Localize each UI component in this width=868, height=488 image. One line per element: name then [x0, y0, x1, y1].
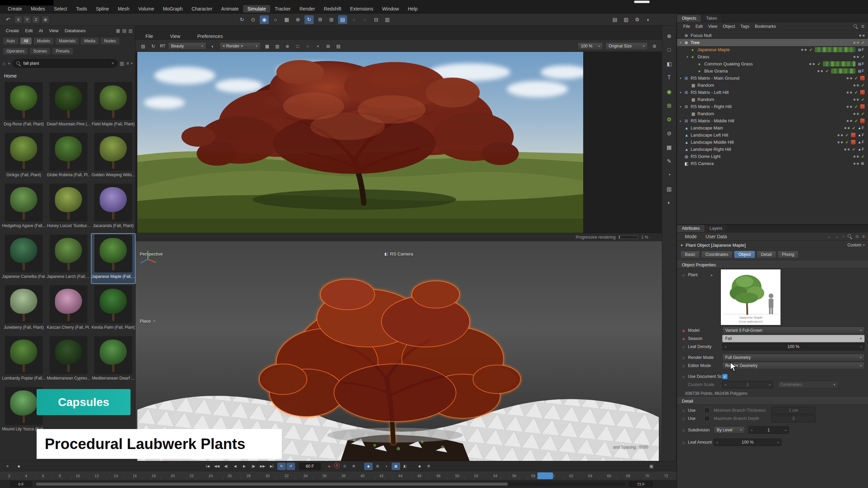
- menubar-item[interactable]: Character: [187, 5, 217, 13]
- next-key-button[interactable]: ▶▶: [258, 463, 267, 470]
- snap-tool-icon[interactable]: ▦: [664, 142, 675, 152]
- section-header[interactable]: Object Properties: [677, 261, 868, 268]
- object-row[interactable]: ● Blue Grama ✓ ▤F: [677, 67, 868, 75]
- visibility-dots[interactable]: [853, 56, 859, 58]
- asset-item[interactable]: Kanzan Cherry (Fall, Pl...: [46, 284, 91, 335]
- range-groove[interactable]: [35, 482, 625, 486]
- object-row[interactable]: ▦ Random ✓: [677, 82, 868, 89]
- play-reverse-button[interactable]: ◀: [231, 463, 239, 470]
- asset-browser-menu-item[interactable]: Create: [3, 27, 22, 34]
- menubar-item[interactable]: Animate: [217, 5, 243, 13]
- visibility-dots[interactable]: [847, 106, 852, 108]
- layout-icon[interactable]: ▥: [383, 15, 392, 24]
- rotation-track-toggle[interactable]: ◐: [382, 463, 391, 470]
- enabled-check-icon[interactable]: ✓: [852, 147, 855, 152]
- z-axis-lock-button[interactable]: Z: [32, 16, 40, 23]
- object-row[interactable]: ▾ ● Grass ✓: [677, 53, 868, 60]
- asset-item[interactable]: Dog-Rose (Fall, Plant): [1, 81, 46, 131]
- up-icon[interactable]: ↑: [842, 234, 844, 239]
- object-row[interactable]: ◧ RS Camera ✓ ⊞: [677, 160, 868, 167]
- parameter-track-toggle[interactable]: ▦: [392, 463, 400, 470]
- timeline-menu-icon[interactable]: ≡: [3, 463, 12, 470]
- object-manager-menu-item[interactable]: View: [706, 23, 720, 29]
- subdivision-dropdown[interactable]: By Level▾: [714, 426, 745, 434]
- menubar-item[interactable]: MoGraph: [159, 5, 187, 13]
- asset-item[interactable]: Japanese Maple (Fall, ...: [91, 233, 136, 284]
- orbit-view-icon[interactable]: ◔: [664, 169, 675, 180]
- redshift-tag-icon[interactable]: [860, 76, 865, 80]
- tag-icons[interactable]: ⊞: [861, 162, 865, 165]
- tag-icons[interactable]: ▲F: [858, 133, 865, 137]
- size-dropdown[interactable]: Original Size▾: [606, 42, 648, 50]
- plant-preview-image[interactable]: Japanese Maple (Acer palmatum): [721, 269, 781, 325]
- asset-browser-menu-item[interactable]: AI: [36, 27, 46, 34]
- render-settings-icon[interactable]: ⚙: [633, 15, 642, 24]
- loop-button[interactable]: ↻: [277, 463, 286, 470]
- save-image-icon[interactable]: ▤: [139, 42, 147, 50]
- visibility-dots[interactable]: [853, 113, 859, 115]
- enabled-check-icon[interactable]: ✓: [861, 83, 865, 88]
- attribute-tab-button[interactable]: Detail: [756, 251, 776, 258]
- visibility-dots[interactable]: [847, 77, 852, 79]
- display-mode-icon[interactable]: ◐: [209, 42, 217, 50]
- editor-mode-dropdown[interactable]: Render Geometry▾: [722, 362, 865, 369]
- refresh-icon[interactable]: ↻: [237, 15, 246, 24]
- leaf-density-field[interactable]: ◂100 %▸: [722, 343, 865, 350]
- menu-icon[interactable]: ≡: [862, 234, 865, 239]
- redshift-tag-icon[interactable]: [851, 140, 855, 144]
- keyframe-circle[interactable]: ◇: [681, 409, 686, 412]
- use-document-scale-checkbox[interactable]: ✓: [722, 374, 728, 379]
- keyframe-circle[interactable]: ◇: [681, 417, 686, 421]
- menubar-item[interactable]: Select: [50, 5, 72, 13]
- asset-item[interactable]: Dwarf Mountain Pine (...: [46, 81, 91, 131]
- filter-chip[interactable]: Media: [80, 37, 99, 45]
- range-end-field[interactable]: 72 F: [629, 481, 653, 487]
- world-axis-button[interactable]: ⊕: [42, 16, 49, 23]
- enabled-check-icon[interactable]: ✓: [854, 76, 858, 81]
- capsule-gear-icon[interactable]: ⚙: [664, 114, 675, 125]
- keyframe-circle[interactable]: ◇: [681, 428, 686, 432]
- asset-item[interactable]: Juneberry (Fall, Plant): [1, 284, 46, 335]
- keyframe-circle[interactable]: ◇: [681, 441, 686, 444]
- render-view-menu-item[interactable]: File: [141, 33, 158, 40]
- asset-item[interactable]: Jacaranda (Fall, Plant): [91, 182, 136, 233]
- grid-snap-icon[interactable]: ⊞: [327, 15, 336, 24]
- snapshot-icon[interactable]: ⊕: [283, 42, 292, 50]
- simulation-icon[interactable]: ◉: [664, 86, 675, 97]
- goto-start-button[interactable]: |◀: [203, 463, 212, 470]
- leaf-amount-field[interactable]: ◂100 %▸: [714, 439, 782, 446]
- prev-frame-button[interactable]: ◀|: [222, 463, 230, 470]
- custom-dropdown[interactable]: Custom▾: [847, 243, 865, 247]
- region-icon[interactable]: □: [294, 42, 302, 50]
- object-manager-tab[interactable]: Objects: [677, 15, 701, 22]
- object-row[interactable]: ▲ Landscape Right Hill ✓ ▲F: [677, 146, 868, 153]
- clear-icon[interactable]: ×: [314, 42, 322, 50]
- object-row[interactable]: ▲ Landscape Left Hill ✓ ▲F: [677, 131, 868, 139]
- grid-toggle-icon[interactable]: ▥: [664, 183, 675, 194]
- list-options-icon[interactable]: ≡: [126, 61, 129, 66]
- asset-browser-menu-item[interactable]: Databases: [62, 27, 89, 34]
- tag-icons[interactable]: ▲F: [858, 126, 865, 130]
- enabled-check-icon[interactable]: ✓: [825, 69, 829, 74]
- object-row[interactable]: ▾ ⊕ Tree ✓: [677, 39, 868, 46]
- workplane-icon[interactable]: ⊟: [372, 15, 381, 24]
- custom-scale-field[interactable]: ◂1▸: [722, 381, 773, 388]
- dim-circle-a-icon[interactable]: ○: [349, 15, 358, 24]
- list-view-icon[interactable]: ▤: [122, 28, 126, 33]
- pingpong-button[interactable]: ↺: [287, 463, 295, 470]
- enabled-check-icon[interactable]: ✓: [852, 126, 855, 130]
- asset-item[interactable]: Globe Robinia (Fall, Pl...: [46, 131, 91, 182]
- object-manager-menu-item[interactable]: Tags: [738, 23, 752, 29]
- attributes-menu-item[interactable]: Mode: [680, 233, 701, 240]
- goto-end-button[interactable]: ▶|: [268, 463, 276, 470]
- enabled-check-icon[interactable]: ✓: [861, 97, 865, 102]
- compare-split-icon[interactable]: ▥: [273, 42, 281, 50]
- timeline-settings-button[interactable]: ⚙: [425, 463, 433, 470]
- playhead[interactable]: [537, 472, 553, 479]
- min-branch-field[interactable]: 1 cm: [771, 407, 815, 414]
- attributes-menu-item[interactable]: User Data: [701, 233, 731, 240]
- redshift-icon[interactable]: ◐: [644, 15, 653, 24]
- object-row[interactable]: ▾ ⊞ RS Matrix - Right Hill ✓: [677, 103, 868, 110]
- asset-item[interactable]: Field Maple (Fall, Plant): [91, 81, 136, 131]
- visibility-dots[interactable]: [853, 84, 859, 86]
